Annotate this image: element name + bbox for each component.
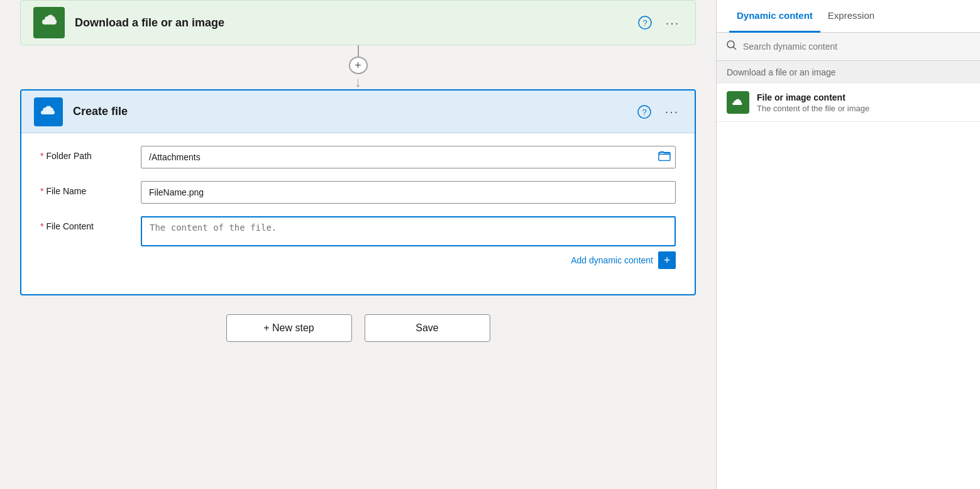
save-button[interactable]: Save: [365, 314, 490, 342]
file-content-wrap: Add dynamic content +: [141, 216, 676, 269]
dynamic-item-icon: [727, 91, 749, 114]
folder-browse-button[interactable]: [658, 150, 671, 165]
dynamic-item-text: File or image content The content of the…: [757, 92, 869, 113]
create-file-body: * Folder Path *: [21, 133, 695, 294]
download-step-icon: [33, 7, 65, 38]
file-content-label: * File Content: [40, 216, 141, 231]
file-name-required: *: [40, 186, 43, 196]
folder-path-input-wrap: [141, 146, 676, 168]
svg-text:?: ?: [642, 18, 647, 28]
search-icon: [727, 40, 737, 53]
panel-section-title: Download a file or an image: [717, 61, 980, 84]
file-name-input[interactable]: [141, 181, 676, 204]
add-dynamic-content-link[interactable]: Add dynamic content: [571, 255, 653, 265]
file-name-label: * File Name: [40, 181, 141, 196]
svg-point-5: [727, 41, 734, 48]
folder-path-row: * Folder Path: [40, 146, 676, 168]
download-more-button[interactable]: ···: [663, 13, 683, 33]
folder-path-required: *: [40, 151, 43, 161]
tab-expression[interactable]: Expression: [820, 0, 882, 33]
right-panel: Dynamic content Expression Download a fi…: [716, 0, 980, 489]
create-file-help-button[interactable]: ?: [634, 102, 654, 122]
create-file-actions: ? ···: [634, 102, 682, 122]
add-dynamic-row: Add dynamic content +: [141, 251, 676, 269]
step-connector: + ↓: [349, 45, 368, 89]
bottom-actions: + New step Save: [226, 314, 490, 342]
download-help-button[interactable]: ?: [635, 13, 655, 33]
connector-arrow: ↓: [355, 75, 361, 89]
download-step-card: Download a file or an image ? ···: [20, 0, 696, 45]
file-content-row: * File Content Add dynamic content +: [40, 216, 676, 269]
folder-path-label: * Folder Path: [40, 146, 141, 161]
file-content-required: *: [40, 221, 43, 231]
create-file-title: Create file: [73, 105, 634, 118]
create-file-more-button[interactable]: ···: [662, 102, 682, 122]
main-canvas: Download a file or an image ? ··· + ↓: [0, 0, 716, 489]
search-input[interactable]: [743, 41, 970, 52]
download-step-title: Download a file or an image: [75, 16, 635, 30]
add-step-button[interactable]: +: [349, 57, 368, 74]
dynamic-item-subtitle: The content of the file or image: [757, 104, 869, 113]
file-content-input[interactable]: [141, 216, 676, 246]
connector-line-top: [358, 45, 359, 57]
file-name-row: * File Name: [40, 181, 676, 204]
dynamic-content-item[interactable]: File or image content The content of the…: [717, 84, 980, 122]
tab-dynamic-content[interactable]: Dynamic content: [729, 0, 820, 33]
download-step-actions: ? ···: [635, 13, 683, 33]
panel-tabs: Dynamic content Expression: [717, 0, 980, 33]
create-file-icon: [34, 97, 63, 126]
svg-text:?: ?: [642, 107, 646, 117]
create-file-header: Create file ? ···: [21, 91, 695, 133]
create-file-step-card: Create file ? ··· * Folder Path: [20, 89, 696, 295]
new-step-button[interactable]: + New step: [226, 314, 352, 342]
svg-rect-4: [659, 153, 670, 161]
dynamic-item-title: File or image content: [757, 92, 869, 102]
folder-path-input[interactable]: [141, 146, 676, 168]
add-dynamic-content-button[interactable]: +: [658, 251, 676, 269]
panel-search: [717, 33, 980, 61]
